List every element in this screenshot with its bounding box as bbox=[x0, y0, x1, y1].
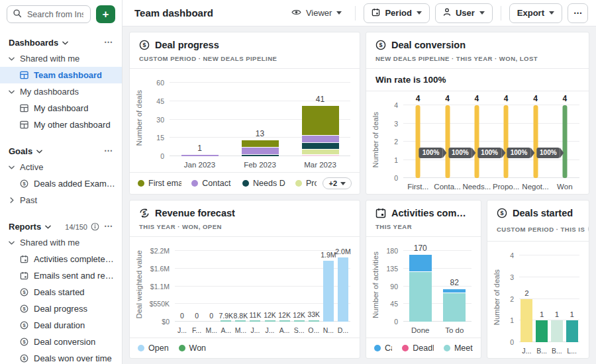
deal-conversion-bar-3[interactable] bbox=[474, 105, 479, 178]
chevron-down-icon bbox=[9, 241, 15, 245]
sidebar-item-deals-added-example-t-[interactable]: $Deals added Example t... bbox=[0, 175, 122, 192]
x-category-label: Needs... bbox=[462, 183, 491, 191]
legend-item-meeting[interactable]: Meeting bbox=[444, 343, 473, 353]
sidebar-item-deal-duration[interactable]: $Deal duration bbox=[0, 317, 122, 334]
revenue-forecast-bar-6[interactable] bbox=[250, 320, 260, 322]
group-label: Active bbox=[20, 162, 43, 172]
sidebar-item-deal-conversion[interactable]: $Deal conversion bbox=[0, 334, 122, 350]
bar-value-label: 33K bbox=[307, 310, 320, 318]
revenue-forecast-bar-5[interactable] bbox=[235, 320, 246, 322]
conversion-rate-badge: 100% bbox=[448, 148, 472, 158]
sidebar-group-shared-with-me[interactable]: Shared with me bbox=[0, 50, 122, 67]
section-menu-button[interactable]: ⋯ bbox=[104, 40, 113, 45]
deal-conversion-bar-6[interactable] bbox=[562, 105, 567, 178]
deal-progress-bar-1[interactable] bbox=[181, 155, 219, 156]
revenue-forecast-bar-11[interactable] bbox=[323, 261, 334, 322]
win-rate-headline: Win rate is 100% bbox=[366, 69, 589, 91]
deals-started-bar-3[interactable] bbox=[551, 320, 563, 342]
y-tick-label: 60 bbox=[156, 79, 164, 87]
deals-started-bar-2[interactable] bbox=[536, 320, 548, 342]
sidebar-section-goals: Goals⋯Active$Deals added Example t...Pas… bbox=[0, 144, 122, 208]
deal-conversion-bar-1[interactable] bbox=[416, 105, 421, 178]
legend-item-open[interactable]: Open bbox=[138, 343, 169, 353]
search-input[interactable] bbox=[26, 9, 85, 20]
export-button[interactable]: Export bbox=[509, 3, 562, 23]
x-category-label: J... bbox=[250, 326, 260, 334]
y-tick-label: 3 bbox=[510, 273, 514, 281]
sidebar-item-emails-sent-and-received[interactable]: Emails sent and received bbox=[0, 267, 122, 284]
card-deals-started: $ Deals started CUSTOM PERIOD · THIS IS … bbox=[487, 200, 589, 359]
deal-progress-bar-3[interactable] bbox=[302, 106, 339, 156]
y-tick-label: 0 bbox=[394, 318, 398, 326]
sidebar-section-header-goals[interactable]: Goals⋯ bbox=[0, 144, 122, 159]
svg-text:$: $ bbox=[379, 42, 382, 48]
legend-dot bbox=[138, 180, 144, 187]
section-menu-button[interactable]: ⋯ bbox=[104, 149, 113, 154]
sidebar-item-my-other-dashboard[interactable]: My other dashboard bbox=[0, 116, 122, 133]
plot-column: 012342111J...B...B...L... bbox=[519, 247, 579, 357]
y-tick-label: 15 bbox=[156, 134, 164, 142]
y-axis-label: Number of activities bbox=[372, 251, 379, 318]
sidebar-item-deals-won-over-time[interactable]: $Deals won over time bbox=[0, 350, 122, 364]
section-label: Dashboards bbox=[9, 38, 58, 48]
revenue-forecast-bar-9[interactable] bbox=[294, 320, 305, 322]
bar-segment bbox=[323, 261, 334, 322]
sidebar-item-label: Activities completed an... bbox=[34, 254, 117, 264]
revenue-forecast-bar-10[interactable] bbox=[309, 320, 319, 322]
legend-item-first-email-sent[interactable]: First email sent bbox=[138, 179, 181, 188]
deal-conversion-bar-4[interactable] bbox=[504, 105, 509, 178]
sidebar-section-header-reports[interactable]: Reports14/150⋯ bbox=[0, 219, 122, 234]
subtitle-more-pill[interactable]: +1 bbox=[588, 223, 589, 235]
more-button[interactable]: ⋯ bbox=[568, 3, 588, 23]
sidebar-item-deals-started[interactable]: $Deals started bbox=[0, 284, 122, 300]
y-tick-label: 90 bbox=[390, 283, 398, 291]
deal-conversion-bar-5[interactable] bbox=[533, 105, 538, 178]
legend-item-deadline[interactable]: Deadline bbox=[402, 343, 434, 353]
chevron-down-icon bbox=[62, 41, 68, 45]
activities-completed-bar-1[interactable] bbox=[409, 255, 432, 322]
y-tick-label: 2 bbox=[394, 138, 398, 146]
sidebar-item-team-dashboard[interactable]: Team dashboard bbox=[0, 67, 122, 83]
bar-value-label: 8.8K bbox=[234, 312, 248, 320]
sidebar-item-my-dashboard[interactable]: My dashboard bbox=[0, 100, 122, 116]
sidebar-group-past[interactable]: Past bbox=[0, 192, 122, 208]
user-button[interactable]: User bbox=[435, 3, 493, 23]
legend-item-call[interactable]: Call bbox=[374, 343, 392, 353]
section-menu-button[interactable]: ⋯ bbox=[104, 224, 113, 229]
sidebar-item-label: Deal progress bbox=[34, 304, 87, 314]
bar-segment bbox=[409, 255, 432, 271]
sidebar-group-my-dashboards[interactable]: My dashboards bbox=[0, 83, 122, 100]
deal-icon: $ bbox=[20, 288, 28, 296]
sidebar-group-active[interactable]: Active bbox=[0, 159, 122, 175]
deals-started-plot-area: 012342111 bbox=[519, 255, 579, 342]
deal-conversion-bar-2[interactable] bbox=[445, 105, 450, 178]
deals-started-bar-4[interactable] bbox=[566, 320, 578, 342]
bar-segment bbox=[443, 289, 466, 293]
x-axis-labels: First...Conta...Needs...Propo...Negot...… bbox=[403, 183, 579, 193]
revenue-forecast-bar-8[interactable] bbox=[279, 320, 290, 322]
chevron-down-icon bbox=[9, 90, 15, 94]
legend-item-propo[interactable]: Propo bbox=[295, 179, 317, 188]
viewer-dropdown[interactable]: Viewer bbox=[286, 8, 348, 18]
info-icon[interactable] bbox=[91, 222, 99, 231]
revenue-forecast-bar-12[interactable] bbox=[338, 257, 348, 322]
deal-progress-bar-2[interactable] bbox=[242, 140, 279, 156]
search-box[interactable] bbox=[7, 5, 91, 23]
legend-item-won[interactable]: Won bbox=[179, 343, 206, 353]
forecast-icon: $ bbox=[139, 208, 150, 218]
activities-completed-bar-2[interactable] bbox=[443, 289, 466, 322]
sidebar-section-header-dashboards[interactable]: Dashboards⋯ bbox=[0, 35, 122, 50]
period-button[interactable]: Period bbox=[364, 3, 429, 23]
legend-item-contact-made[interactable]: Contact Made bbox=[191, 179, 232, 188]
revenue-forecast-bar-4[interactable] bbox=[221, 320, 231, 322]
add-button[interactable]: + bbox=[96, 5, 115, 23]
deals-started-bar-1[interactable] bbox=[521, 299, 532, 343]
legend-more-pill[interactable]: +2 bbox=[323, 177, 352, 189]
sidebar-group-shared-with-me[interactable]: Shared with me bbox=[0, 234, 122, 251]
legend-label: Contact Made bbox=[202, 179, 232, 188]
sidebar-item-deal-progress[interactable]: $Deal progress bbox=[0, 300, 122, 317]
revenue-forecast-bar-7[interactable] bbox=[265, 320, 275, 322]
legend-item-needs-defined[interactable]: Needs Defined bbox=[242, 179, 285, 188]
y-tick-label: 45 bbox=[156, 97, 164, 105]
sidebar-item-activities-completed-an-[interactable]: Activities completed an... bbox=[0, 251, 122, 267]
